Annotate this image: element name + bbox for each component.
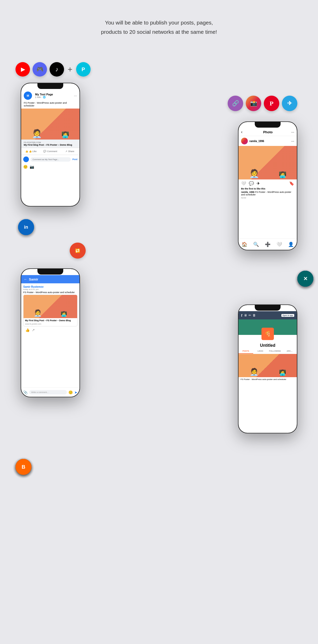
tumblr-tab-archive[interactable]: ARC...: [282, 349, 297, 354]
tumblr-edit-icon[interactable]: ✏: [249, 313, 251, 317]
linkedin-icon: in: [18, 219, 34, 235]
phone-facebook: M My Test Page 1 min · 🌐 ··· FS Poster -…: [21, 83, 80, 207]
tumblr-tab-likes[interactable]: LIKES: [253, 349, 268, 354]
ig-username: ramila_1996: [249, 140, 264, 143]
fb-share-button[interactable]: ↗Share: [60, 149, 80, 154]
header-line1: You will be able to publish your posts, …: [52, 18, 266, 27]
ig-user-avatar: [241, 138, 248, 144]
msg-send-icon[interactable]: ➤: [74, 390, 77, 394]
discord-icon: 🎮: [33, 62, 47, 77]
phone-tumblr: t 🖥 ✏ 🗑 Open in app 🍕 Untitled POSTS LIK…: [238, 304, 297, 433]
fb-page-name: My Test Page: [35, 93, 53, 96]
tumblr-blog-header: 🍕: [239, 319, 297, 335]
tumblr-blog-name: Untitled: [239, 342, 297, 348]
ig-likes-text: Be the first to like this: [239, 187, 297, 191]
tumblr-tab-following[interactable]: FOLLOWING: [268, 349, 282, 354]
social-icons-row2: 🔗 📸 P ✈: [228, 96, 297, 111]
fb-post-btn[interactable]: Post: [72, 158, 77, 161]
ig-caption: ramila_1996 FS Poster - WordPress auto-p…: [239, 191, 297, 197]
tumblr-post-caption: FS Poster - WordPress auto-poster and sc…: [239, 377, 297, 382]
tumblr-trash-icon[interactable]: 🗑: [253, 313, 256, 317]
tumblr-logo-icon: t: [241, 313, 242, 317]
ig-search-icon[interactable]: 🔍: [253, 242, 259, 247]
fb-emoji-icon[interactable]: 🙂: [23, 165, 28, 169]
msg-emoji-icon[interactable]: 🙂: [68, 390, 73, 394]
youtube-icon: ▶: [15, 62, 30, 77]
ig-comment-icon[interactable]: 💬: [249, 181, 254, 186]
ig-like-icon[interactable]: 🤍: [241, 181, 246, 186]
fb-page-avatar: M: [24, 92, 32, 100]
msg-sender-name: Samir Rustemov: [23, 285, 77, 288]
phone-instagram: ‹ Photo ··· ramila_1996 ··· �: [238, 121, 297, 250]
msg-back-btn[interactable]: ←: [24, 277, 27, 281]
tumblr-monitor-icon[interactable]: 🖥: [244, 313, 247, 317]
fb-post-time: 1 min · 🌐: [35, 96, 53, 98]
ig-home-icon[interactable]: 🏠: [242, 242, 247, 247]
msg-text: FS Poster - WordPress auto-poster and sc…: [23, 291, 77, 294]
fb-more-options[interactable]: ···: [74, 94, 77, 98]
msg-input-area: 📎 Write a comment... 🙂 ➤: [21, 387, 80, 397]
msg-attach-icon[interactable]: 📎: [23, 390, 28, 394]
social-icons-row1: ▶ 🎮 ♪ + P: [15, 62, 91, 77]
fb-like-button[interactable]: 👍👍 Like: [21, 149, 41, 154]
ig-share-icon[interactable]: ✈: [257, 181, 260, 186]
tumblr-post-image: 🧑‍💼 👩‍💻: [239, 354, 297, 377]
placeit-icon: P: [76, 62, 91, 77]
tumblr-tab-posts[interactable]: POSTS: [239, 349, 253, 354]
ig-post-time: NOW: [239, 197, 297, 199]
ig-bottom-nav: 🏠 🔍 ➕ 🤍 👤: [239, 238, 297, 250]
pinterest-icon: P: [264, 96, 279, 111]
ig-heart-icon[interactable]: 🤍: [276, 242, 282, 247]
fb-camera-icon[interactable]: 📷: [30, 165, 34, 169]
telegram-icon: ✈: [282, 96, 297, 111]
msg-chat-title: Samir: [29, 277, 38, 281]
tumblr-tabs: POSTS LIKES FOLLOWING ARC...: [239, 349, 297, 354]
msg-link-card: 🧑‍💼 👩‍💻 My First blog Post – FS Poster –…: [23, 295, 77, 326]
header-line2: products to 20 social networks at the sa…: [52, 27, 266, 37]
fb-post-text: FS Poster - WordPress auto-poster and sc…: [21, 101, 80, 109]
plus-icon: +: [68, 65, 73, 74]
ig-add-icon[interactable]: ➕: [265, 242, 271, 247]
msg-send-time: today at 6:51 pm: [23, 288, 77, 291]
tumblr-blog-avatar: 🍕: [261, 328, 274, 340]
buffer-icon: 🔁: [70, 243, 86, 259]
ig-post-image: 🧑‍💼 👩‍💻: [239, 146, 297, 179]
ig-post-more[interactable]: ···: [291, 139, 294, 143]
tumblr-action-icons: 🖥 ✏ 🗑: [244, 313, 256, 317]
msg-forward-btn[interactable]: ↗: [32, 328, 35, 332]
fb-commenter-avatar: [23, 156, 29, 162]
fb-link-preview: FS-POSTER.COM My First blog Post – FS Po…: [21, 139, 80, 148]
xing-icon: ✕: [297, 271, 313, 287]
ig-photo-title: Photo: [244, 130, 291, 134]
phone-messenger: ← Samir Samir Rustemov today at 6:51 pm …: [21, 268, 80, 397]
ig-bookmark-icon[interactable]: 🔖: [289, 181, 294, 186]
instagram-icon: 📸: [246, 96, 261, 111]
fb-comment-button[interactable]: 💬Comment: [41, 149, 60, 154]
msg-card-image: 🧑‍💼 👩‍💻: [23, 295, 77, 318]
msg-comment-input[interactable]: Write a comment...: [29, 390, 67, 394]
msg-like-btn[interactable]: 👍: [25, 328, 30, 332]
blogger-icon: B: [15, 459, 31, 475]
fb-post-image: 🧑‍💼 👩‍💻: [21, 109, 80, 139]
fb-comment-input[interactable]: Comment as My Test Page...: [30, 157, 71, 162]
ig-more-options[interactable]: ···: [291, 130, 294, 134]
ig-back-arrow[interactable]: ‹: [241, 130, 242, 134]
msg-card-url: www.fs-poster.com: [23, 323, 77, 326]
tiktok-icon: ♪: [50, 62, 64, 77]
webhook-icon: 🔗: [228, 96, 243, 111]
msg-card-title: My First blog Post – FS Poster – Demo Bl…: [23, 318, 77, 323]
ig-profile-icon[interactable]: 👤: [288, 242, 294, 247]
tumblr-open-btn[interactable]: Open in app: [281, 314, 294, 317]
